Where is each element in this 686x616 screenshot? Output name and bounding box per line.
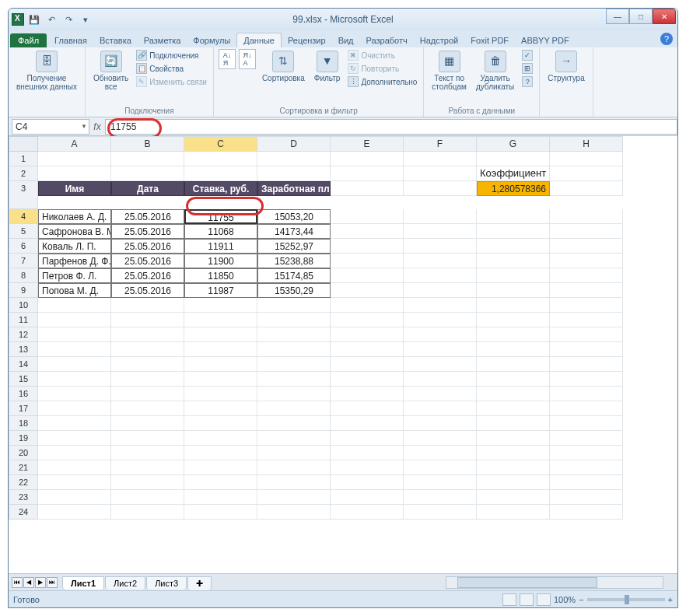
row-header-24[interactable]: 24	[9, 505, 38, 520]
cell-B4[interactable]: 25.05.2016	[111, 209, 184, 224]
row-header-18[interactable]: 18	[9, 416, 38, 431]
fx-button[interactable]: fx	[89, 121, 105, 132]
reapply-button[interactable]: ↻Повторить	[346, 62, 418, 75]
cell-C22[interactable]	[184, 475, 257, 490]
zoom-in-button[interactable]: +	[668, 595, 673, 604]
cell-C9[interactable]: 11987	[184, 283, 257, 298]
tab-view[interactable]: Вид	[332, 33, 360, 47]
cell-E9[interactable]	[331, 283, 404, 298]
cell-G20[interactable]	[477, 446, 550, 460]
cell-B10[interactable]	[111, 298, 184, 313]
cell-F8[interactable]	[404, 268, 477, 283]
cell-B17[interactable]	[111, 401, 184, 416]
row-header-23[interactable]: 23	[9, 490, 38, 505]
cell-G13[interactable]	[477, 342, 550, 357]
cell-E3[interactable]	[331, 181, 404, 196]
row-header-3[interactable]: 3	[9, 181, 38, 209]
cell-C18[interactable]	[184, 416, 257, 431]
cell-G1[interactable]	[477, 152, 550, 166]
cell-D4[interactable]: 15053,20	[257, 209, 331, 224]
cell-G11[interactable]	[477, 313, 550, 327]
cell-G17[interactable]	[477, 401, 550, 416]
cell-F21[interactable]	[404, 460, 477, 475]
cell-C17[interactable]	[184, 401, 257, 416]
text-to-columns-button[interactable]: ▦ Текст по столбцам	[429, 49, 470, 93]
cell-H13[interactable]	[550, 342, 623, 357]
row-header-12[interactable]: 12	[9, 327, 38, 342]
cell-H10[interactable]	[550, 298, 623, 313]
cell-A19[interactable]	[38, 431, 111, 446]
cell-G4[interactable]	[477, 209, 550, 224]
sort-asc-button[interactable]: А↓Я	[219, 49, 236, 69]
row-header-1[interactable]: 1	[9, 152, 38, 166]
view-layout-button[interactable]	[520, 593, 534, 606]
cell-D17[interactable]	[257, 401, 331, 416]
cell-B1[interactable]	[111, 152, 184, 166]
cell-A22[interactable]	[38, 475, 111, 490]
cell-C16[interactable]	[184, 387, 257, 401]
cell-E17[interactable]	[331, 401, 404, 416]
row-header-9[interactable]: 9	[9, 283, 38, 298]
cell-D5[interactable]: 14173,44	[257, 224, 331, 239]
cell-H23[interactable]	[550, 490, 623, 505]
sheet-tab-3[interactable]: Лист3	[146, 576, 187, 590]
advanced-filter-button[interactable]: ⋮Дополнительно	[346, 75, 418, 88]
cell-B6[interactable]: 25.05.2016	[111, 239, 184, 254]
cell-H8[interactable]	[550, 268, 623, 283]
cell-E22[interactable]	[331, 475, 404, 490]
cell-C2[interactable]	[184, 166, 257, 181]
cell-A7[interactable]: Парфенов Д. Ф.	[38, 254, 111, 268]
tab-developer[interactable]: Разработч	[360, 33, 414, 47]
cell-B19[interactable]	[111, 431, 184, 446]
row-header-17[interactable]: 17	[9, 401, 38, 416]
cell-A15[interactable]	[38, 372, 111, 387]
cell-A17[interactable]	[38, 401, 111, 416]
cell-H15[interactable]	[550, 372, 623, 387]
cell-D2[interactable]	[257, 166, 331, 181]
cell-D20[interactable]	[257, 446, 331, 460]
name-box[interactable]: C4 ▼	[12, 119, 89, 135]
edit-links-button[interactable]: ✎Изменить связи	[135, 75, 208, 88]
cell-D21[interactable]	[257, 460, 331, 475]
cell-E24[interactable]	[331, 505, 404, 520]
row-header-5[interactable]: 5	[9, 224, 38, 239]
cell-A1[interactable]	[38, 152, 111, 166]
cell-B18[interactable]	[111, 416, 184, 431]
cell-G5[interactable]	[477, 224, 550, 239]
cell-E14[interactable]	[331, 357, 404, 372]
cell-A13[interactable]	[38, 342, 111, 357]
cell-A8[interactable]: Петров Ф. Л.	[38, 268, 111, 283]
cell-D16[interactable]	[257, 387, 331, 401]
zoom-out-button[interactable]: −	[579, 595, 583, 604]
data-validation-button[interactable]: ✓	[520, 49, 534, 61]
cell-F10[interactable]	[404, 298, 477, 313]
worksheet[interactable]: A B C D E F G H 12Коэффициент3ИмяДатаСта…	[9, 136, 677, 573]
cell-C8[interactable]: 11850	[184, 268, 257, 283]
cell-G16[interactable]	[477, 387, 550, 401]
cell-F16[interactable]	[404, 387, 477, 401]
cell-E16[interactable]	[331, 387, 404, 401]
cell-B22[interactable]	[111, 475, 184, 490]
cell-G22[interactable]	[477, 475, 550, 490]
zoom-knob[interactable]	[625, 595, 629, 604]
cell-B11[interactable]	[111, 313, 184, 327]
cell-D22[interactable]	[257, 475, 331, 490]
cell-D10[interactable]	[257, 298, 331, 313]
sheet-tab-2[interactable]: Лист2	[105, 576, 145, 590]
cell-F1[interactable]	[404, 152, 477, 166]
maximize-button[interactable]: □	[629, 9, 653, 24]
cell-E23[interactable]	[331, 490, 404, 505]
cell-G3[interactable]: 1,280578366	[477, 181, 550, 196]
undo-button[interactable]: ↶	[44, 12, 58, 26]
cell-A11[interactable]	[38, 313, 111, 327]
cell-F2[interactable]	[404, 166, 477, 181]
cell-H21[interactable]	[550, 460, 623, 475]
cell-H24[interactable]	[550, 505, 623, 520]
cell-C20[interactable]	[184, 446, 257, 460]
cell-H5[interactable]	[550, 224, 623, 239]
cell-D18[interactable]	[257, 416, 331, 431]
tab-abbyy[interactable]: ABBYY PDF	[515, 33, 576, 47]
cell-C21[interactable]	[184, 460, 257, 475]
cell-G6[interactable]	[477, 239, 550, 254]
row-header-14[interactable]: 14	[9, 357, 38, 372]
